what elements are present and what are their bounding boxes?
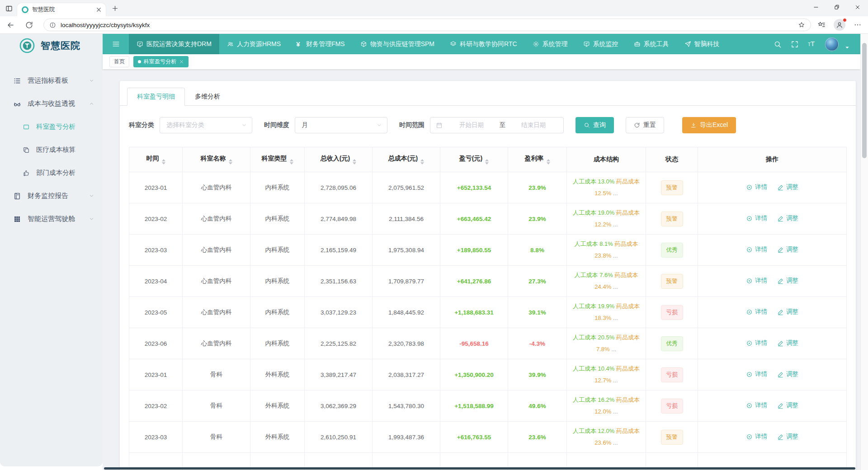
- favorites-list-icon[interactable]: [817, 21, 826, 29]
- column-header[interactable]: 总成本(元): [373, 147, 440, 172]
- sidebar-item[interactable]: 成本与收益透视: [0, 92, 103, 115]
- detail-link[interactable]: 详情: [746, 308, 767, 316]
- content-tab[interactable]: 多维分析: [185, 88, 230, 106]
- address-bar[interactable]: localhost/yyyyjczc/cbysyts/ksykfx: [43, 19, 811, 31]
- topnav-item[interactable]: 人力资源HRMS: [219, 34, 288, 54]
- column-header[interactable]: 操作: [698, 147, 847, 172]
- site-info-icon[interactable]: [49, 22, 56, 28]
- topnav-item[interactable]: 智脑科技: [677, 34, 727, 54]
- sort-carets-icon[interactable]: [420, 159, 424, 164]
- people-icon: [227, 41, 234, 47]
- detail-link[interactable]: 详情: [746, 432, 767, 441]
- sort-carets-icon[interactable]: [290, 159, 293, 164]
- cell-margin: 23.9%: [508, 203, 567, 235]
- column-header[interactable]: 总收入(元): [305, 147, 373, 172]
- column-header[interactable]: 成本结构: [567, 147, 646, 172]
- dept-select[interactable]: 选择科室分类: [160, 117, 252, 133]
- sidebar-toggle-button[interactable]: [103, 34, 129, 54]
- new-tab-button[interactable]: [111, 5, 119, 12]
- column-header[interactable]: 状态: [646, 147, 698, 172]
- search-icon[interactable]: [774, 40, 782, 48]
- eye-icon: [746, 277, 753, 284]
- sidebar-item[interactable]: 营运指标看板: [0, 69, 103, 92]
- column-header[interactable]: 科室名称: [183, 147, 250, 172]
- adjust-link[interactable]: 调整: [777, 308, 798, 316]
- topnav-item[interactable]: 系统监控: [576, 34, 626, 54]
- refresh-button[interactable]: [25, 21, 33, 29]
- sort-carets-icon[interactable]: [547, 159, 550, 164]
- sort-carets-icon[interactable]: [162, 159, 165, 164]
- topnav-item[interactable]: 物资与供应链管理SPM: [353, 34, 442, 54]
- browser-tab[interactable]: 智慧医院: [17, 3, 106, 16]
- cell-dept-type: 外科系统: [250, 359, 305, 390]
- tag-close-icon[interactable]: [179, 59, 184, 64]
- adjust-link[interactable]: 调整: [777, 339, 798, 347]
- vertical-scrollbar[interactable]: [860, 34, 868, 470]
- tab-close-icon[interactable]: [95, 6, 102, 13]
- topnav-item[interactable]: 医院运营决策支持DRM: [129, 34, 219, 54]
- user-avatar[interactable]: [825, 38, 839, 51]
- sidebar-item[interactable]: 财务监控报告: [0, 184, 103, 207]
- browser-profile-avatar[interactable]: [834, 19, 845, 31]
- content-tab[interactable]: 科室盈亏明细: [127, 88, 185, 106]
- sidebar-item-label: 智能运营驾驶舱: [28, 215, 89, 223]
- search-button[interactable]: 查询: [576, 117, 614, 133]
- topnav-item[interactable]: 系统工具: [626, 34, 677, 54]
- fullscreen-icon[interactable]: [791, 40, 799, 48]
- column-header[interactable]: 科室类型: [250, 147, 305, 172]
- adjust-link[interactable]: 调整: [777, 214, 798, 222]
- adjust-link[interactable]: 调整: [777, 370, 798, 378]
- cell-status: 预警: [646, 422, 698, 453]
- tag-home[interactable]: 首页: [109, 56, 129, 67]
- scrollbar-thumb[interactable]: [862, 43, 867, 158]
- topnav-item[interactable]: 系统管理: [525, 34, 576, 54]
- horizontal-scrollbar[interactable]: [104, 467, 855, 470]
- font-size-icon[interactable]: TT: [808, 40, 816, 48]
- topnav-item-label: 物资与供应链管理SPM: [370, 40, 434, 48]
- back-button[interactable]: [6, 21, 15, 29]
- adjust-link[interactable]: 调整: [777, 277, 798, 285]
- tab-actions-icon[interactable]: [5, 5, 13, 13]
- adjust-link[interactable]: 调整: [777, 245, 798, 254]
- table-row: 2023-01 心血管内科 内科系统 2,728,095.06 2,075,96…: [129, 172, 847, 203]
- sidebar-item[interactable]: 科室盈亏分析: [0, 115, 103, 138]
- tag-active[interactable]: 科室盈亏分析: [133, 56, 189, 67]
- time-dim-select[interactable]: 月: [295, 117, 387, 133]
- column-header[interactable]: 盈亏(元): [440, 147, 508, 172]
- adjust-link[interactable]: 调整: [777, 183, 798, 191]
- detail-link[interactable]: 详情: [746, 370, 767, 378]
- detail-link[interactable]: 详情: [746, 183, 767, 191]
- sidebar-item[interactable]: 部门成本分析: [0, 161, 103, 184]
- detail-link[interactable]: 详情: [746, 401, 767, 409]
- sidebar-item[interactable]: 医疗成本核算: [0, 138, 103, 161]
- sort-carets-icon[interactable]: [353, 159, 356, 164]
- adjust-link[interactable]: 调整: [777, 432, 798, 441]
- eye-icon: [746, 246, 753, 253]
- time-dim-label: 时间维度: [264, 121, 289, 129]
- column-header[interactable]: 盈利率: [508, 147, 567, 172]
- detail-link[interactable]: 详情: [746, 339, 767, 347]
- sidebar-item[interactable]: 智能运营驾驶舱: [0, 207, 103, 230]
- date-range-input[interactable]: 开始日期 至 结束日期: [430, 117, 564, 133]
- gear-icon: [533, 41, 539, 47]
- window-minimize-button[interactable]: [806, 0, 826, 14]
- caret-down-icon[interactable]: [843, 43, 851, 52]
- detail-link[interactable]: 详情: [746, 277, 767, 285]
- window-close-button[interactable]: [847, 0, 868, 14]
- cell-profit: +189,850.55: [440, 235, 508, 266]
- topnav-item[interactable]: ¥ 财务管理FMS: [288, 34, 353, 54]
- topnav-item[interactable]: 科研与教学协同RTC: [442, 34, 525, 54]
- sort-carets-icon[interactable]: [229, 159, 232, 164]
- cell-date: 2023-04: [129, 266, 183, 297]
- export-excel-button[interactable]: 导出Excel: [682, 117, 736, 133]
- reset-button[interactable]: 重置: [626, 117, 664, 133]
- window-restore-button[interactable]: [826, 0, 847, 14]
- detail-link[interactable]: 详情: [746, 214, 767, 222]
- column-header[interactable]: 时间: [129, 147, 183, 172]
- browser-menu-icon[interactable]: [854, 21, 862, 29]
- cell-actions: 详情 调整: [698, 359, 847, 390]
- adjust-link[interactable]: 调整: [777, 401, 798, 409]
- sort-carets-icon[interactable]: [485, 159, 489, 164]
- detail-link[interactable]: 详情: [746, 245, 767, 254]
- favorite-star-icon[interactable]: [798, 21, 805, 28]
